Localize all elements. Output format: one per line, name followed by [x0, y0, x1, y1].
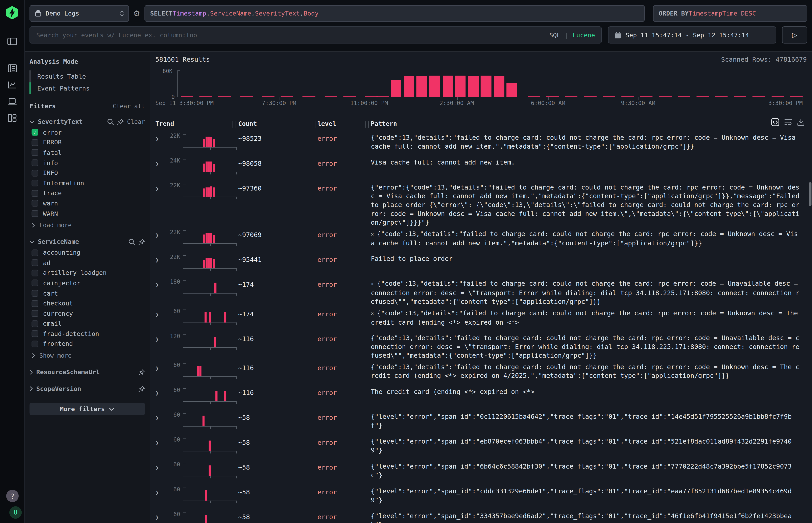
chevron-right-icon[interactable]	[32, 223, 35, 228]
filter-option-INFO[interactable]: INFO	[30, 168, 145, 178]
table-row[interactable]: ❯60~116error{"code":13,"details":"failed…	[155, 360, 807, 384]
show-more-button[interactable]: Show more	[32, 350, 145, 361]
load-more-button[interactable]: Load more	[32, 220, 145, 231]
filter-group-SeverityText[interactable]: SeverityTextClear	[30, 116, 145, 127]
expand-chevron-icon[interactable]: ❯	[155, 387, 164, 410]
pattern-cell[interactable]: Failed to place order	[371, 254, 807, 276]
expand-chevron-icon[interactable]: ❯	[155, 412, 164, 434]
table-row[interactable]: ❯60~58error{"level":"error","span_id":"0…	[155, 410, 807, 434]
pattern-cell[interactable]: {"code":13,"details":"failed to charge c…	[371, 333, 807, 360]
filter-group-ServiceName[interactable]: ServiceName	[30, 236, 145, 248]
analysis-mode-item-event-patterns[interactable]: Event Patterns	[30, 82, 145, 94]
chart-icon[interactable]	[5, 78, 19, 92]
checkbox[interactable]	[32, 149, 38, 156]
order-by-input[interactable]: ORDER BY TimestampTime DESC	[653, 5, 807, 22]
filter-option-warn[interactable]: warn	[30, 198, 145, 209]
search-icon[interactable]	[107, 118, 114, 125]
expand-chevron-icon[interactable]: ❯	[155, 279, 164, 306]
chevron-right-icon[interactable]	[30, 386, 33, 392]
filter-group-ResourceSchemaUrl[interactable]: ResourceSchemaUrl	[30, 367, 145, 378]
checkbox[interactable]	[32, 330, 38, 337]
analysis-mode-item-results-table[interactable]: Results Table	[30, 70, 145, 82]
chevron-down-icon[interactable]	[30, 120, 35, 123]
histogram-bar[interactable]	[404, 76, 415, 97]
col-header-count[interactable]: Count	[238, 120, 317, 127]
table-row[interactable]: ❯60~116errorThe credit card (ending <*> …	[155, 385, 807, 410]
table-row[interactable]: ❯22K~97360error{"error":{"code":13,"deta…	[155, 180, 807, 227]
dismiss-x-icon[interactable]: ×	[371, 281, 374, 287]
filter-option-artillery-loadgen[interactable]: artillery-loadgen	[30, 268, 145, 278]
table-row[interactable]: ❯22K~97069error×{"code":13,"details":"fa…	[155, 227, 807, 252]
filter-option-trace[interactable]: trace	[30, 188, 145, 198]
expand-chevron-icon[interactable]: ❯	[155, 183, 164, 227]
histogram-bar[interactable]	[468, 76, 479, 97]
filter-option-WARN[interactable]: WARN	[30, 209, 145, 219]
pattern-cell[interactable]: {"level":"error","span_id":"cddc331329e6…	[371, 487, 807, 509]
checkbox[interactable]	[32, 249, 38, 256]
expand-chevron-icon[interactable]: ❯	[155, 362, 164, 384]
expand-chevron-icon[interactable]: ❯	[155, 308, 164, 331]
checkbox[interactable]	[32, 290, 38, 296]
table-row[interactable]: ❯24K~98058errorVisa cache full: cannot a…	[155, 155, 807, 180]
more-filters-button[interactable]: More filters	[30, 403, 145, 415]
filter-option-ERROR[interactable]: ERROR	[30, 138, 145, 148]
table-row[interactable]: ❯60~58error{"level":"error","span_id":"e…	[155, 434, 807, 459]
table-row[interactable]: ❯60~58error{"level":"error","span_id":"3…	[155, 509, 807, 523]
pattern-cell[interactable]: {"level":"error","span_id":"eb870ecef063…	[371, 437, 807, 459]
expand-chevron-icon[interactable]: ❯	[155, 487, 164, 509]
code-view-icon[interactable]	[771, 118, 779, 126]
filter-option-checkout[interactable]: checkout	[30, 299, 145, 308]
table-row[interactable]: ❯120~116error{"code":13,"details":"faile…	[155, 331, 807, 360]
expand-chevron-icon[interactable]: ❯	[155, 158, 164, 180]
checkbox[interactable]	[32, 259, 38, 266]
checkbox[interactable]	[32, 300, 38, 307]
checkbox[interactable]	[32, 320, 38, 327]
pin-icon[interactable]	[138, 385, 145, 392]
pattern-cell[interactable]: ×{"code":13,"details":"failed to charge …	[371, 308, 807, 331]
histogram-bar[interactable]	[391, 80, 401, 97]
dismiss-x-icon[interactable]: ×	[371, 232, 374, 237]
download-icon[interactable]	[797, 118, 805, 126]
source-select[interactable]: Demo Logs	[30, 5, 129, 22]
histogram-bar[interactable]	[443, 76, 454, 97]
mode-lucene-toggle[interactable]: Lucene	[572, 31, 595, 38]
checkbox[interactable]	[32, 190, 38, 197]
histogram-bar[interactable]	[455, 75, 466, 97]
histogram-bar[interactable]	[507, 83, 517, 97]
filter-group-ScopeVersion[interactable]: ScopeVersion	[30, 383, 145, 395]
date-range-picker[interactable]: Sep 11 15:47:14 - Sep 12 15:47:14	[608, 26, 776, 43]
checkbox[interactable]	[32, 180, 38, 186]
checkbox[interactable]: ✓	[32, 129, 38, 136]
chevron-right-icon[interactable]	[32, 353, 35, 359]
checkbox[interactable]	[32, 169, 38, 176]
expand-chevron-icon[interactable]: ❯	[155, 254, 164, 276]
histogram-bar[interactable]	[429, 76, 440, 97]
gear-icon[interactable]: ⚙	[129, 9, 144, 18]
clear-group-button[interactable]: Clear	[127, 118, 145, 125]
chevron-right-icon[interactable]	[30, 370, 33, 375]
filter-option-Information[interactable]: Information	[30, 178, 145, 188]
checkbox[interactable]	[32, 210, 38, 217]
filter-option-info[interactable]: info	[30, 158, 145, 168]
table-row[interactable]: ❯60~58error{"level":"error","span_id":"c…	[155, 484, 807, 509]
pattern-cell[interactable]: ×{"code":13,"details":"failed to charge …	[371, 229, 807, 251]
hyperdx-logo-icon[interactable]	[5, 5, 19, 20]
pin-icon[interactable]	[138, 369, 145, 376]
pattern-cell[interactable]: ×{"code":13,"details":"failed to charge …	[371, 279, 807, 306]
histogram-bar[interactable]	[494, 76, 505, 97]
checkbox[interactable]	[32, 160, 38, 166]
pattern-cell[interactable]: {"code":13,"details":"failed to charge c…	[371, 362, 807, 384]
filter-option-fraud-detection[interactable]: fraud-detection	[30, 329, 145, 339]
search-input[interactable]: Search your events w/ Lucene ex. column:…	[30, 26, 602, 43]
checkbox[interactable]	[32, 280, 38, 287]
filter-option-accounting[interactable]: accounting	[30, 248, 145, 258]
table-row[interactable]: ❯22K~98523error{"code":13,"details":"fai…	[155, 130, 807, 155]
chevron-down-icon[interactable]	[30, 240, 35, 244]
pattern-cell[interactable]: Visa cache full: cannot add new item.	[371, 158, 807, 180]
clear-all-button[interactable]: Clear all	[113, 103, 145, 110]
table-row[interactable]: ❯60~174error×{"code":13,"details":"faile…	[155, 306, 807, 331]
wrap-text-icon[interactable]	[784, 119, 792, 126]
panel-toggle-icon[interactable]	[5, 34, 19, 49]
checkbox[interactable]	[32, 310, 38, 317]
histogram-bar[interactable]	[417, 76, 427, 97]
